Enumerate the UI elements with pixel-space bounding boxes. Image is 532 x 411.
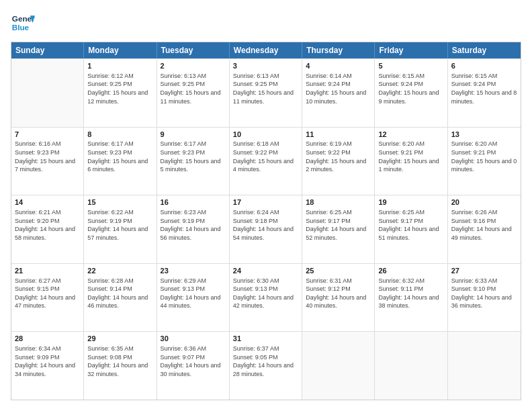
calendar-cell: 9Sunrise: 6:17 AMSunset: 9:23 PMDaylight… [157,128,230,195]
calendar-cell: 21Sunrise: 6:27 AMSunset: 9:15 PMDayligh… [11,264,84,332]
weekday-header: Monday [84,42,157,58]
page: General Blue SundayMondayTuesdayWednesda… [0,0,532,411]
cell-info: Sunrise: 6:12 AMSunset: 9:25 PMDaylight:… [87,72,152,105]
calendar-cell: 14Sunrise: 6:21 AMSunset: 9:20 PMDayligh… [11,195,84,263]
day-number: 27 [451,266,517,276]
cell-info: Sunrise: 6:25 AMSunset: 9:17 PMDaylight:… [378,208,443,242]
day-number: 12 [378,130,443,140]
calendar-row: 1Sunrise: 6:12 AMSunset: 9:25 PMDaylight… [11,58,521,127]
calendar-cell: 8Sunrise: 6:17 AMSunset: 9:23 PMDaylight… [84,128,157,195]
svg-text:Blue: Blue [12,23,30,32]
day-number: 18 [306,197,371,208]
cell-info: Sunrise: 6:17 AMSunset: 9:23 PMDaylight:… [161,140,226,173]
cell-info: Sunrise: 6:19 AMSunset: 9:22 PMDaylight:… [306,140,371,173]
calendar-cell: 28Sunrise: 6:34 AMSunset: 9:09 PMDayligh… [11,332,84,400]
day-number: 23 [161,266,226,276]
day-number: 5 [378,61,443,71]
day-number: 25 [306,266,371,276]
day-number: 14 [15,197,80,208]
calendar-cell: 7Sunrise: 6:16 AMSunset: 9:23 PMDaylight… [11,128,84,195]
cell-info: Sunrise: 6:37 AMSunset: 9:05 PMDaylight:… [233,345,298,378]
calendar-cell: 27Sunrise: 6:33 AMSunset: 9:10 PMDayligh… [448,264,521,332]
calendar-cell: 25Sunrise: 6:31 AMSunset: 9:12 PMDayligh… [302,264,375,332]
cell-info: Sunrise: 6:28 AMSunset: 9:14 PMDaylight:… [87,277,152,310]
calendar-cell: 16Sunrise: 6:23 AMSunset: 9:19 PMDayligh… [157,195,230,263]
cell-info: Sunrise: 6:24 AMSunset: 9:18 PMDaylight:… [233,208,298,242]
logo-icon: General Blue [11,11,35,35]
calendar-cell: 18Sunrise: 6:25 AMSunset: 9:17 PMDayligh… [302,195,375,263]
day-number: 29 [87,334,152,344]
cell-info: Sunrise: 6:23 AMSunset: 9:19 PMDaylight:… [161,208,226,242]
cell-info: Sunrise: 6:13 AMSunset: 9:25 PMDaylight:… [161,72,226,105]
cell-info: Sunrise: 6:29 AMSunset: 9:13 PMDaylight:… [161,277,226,310]
day-number: 21 [15,266,80,276]
day-number: 13 [451,130,517,140]
calendar-cell: 30Sunrise: 6:36 AMSunset: 9:07 PMDayligh… [157,332,230,400]
calendar-cell: 22Sunrise: 6:28 AMSunset: 9:14 PMDayligh… [84,264,157,332]
weekday-header: Saturday [448,42,521,58]
cell-info: Sunrise: 6:16 AMSunset: 9:23 PMDaylight:… [15,140,80,173]
calendar-cell: 12Sunrise: 6:20 AMSunset: 9:21 PMDayligh… [375,128,447,195]
weekday-header: Tuesday [157,42,230,58]
calendar-cell: 23Sunrise: 6:29 AMSunset: 9:13 PMDayligh… [157,264,230,332]
day-number: 22 [87,266,152,276]
day-number: 6 [451,61,517,71]
day-number: 24 [233,266,298,276]
day-number: 20 [451,197,517,208]
header: General Blue [11,11,521,35]
day-number: 9 [161,130,226,140]
cell-info: Sunrise: 6:34 AMSunset: 9:09 PMDaylight:… [15,345,80,378]
day-number: 19 [378,197,443,208]
calendar-cell: 20Sunrise: 6:26 AMSunset: 9:16 PMDayligh… [448,195,521,263]
cell-info: Sunrise: 6:36 AMSunset: 9:07 PMDaylight:… [161,345,226,378]
calendar: SundayMondayTuesdayWednesdayThursdayFrid… [11,42,521,400]
cell-info: Sunrise: 6:32 AMSunset: 9:11 PMDaylight:… [378,277,443,310]
calendar-cell [11,59,84,127]
calendar-header: SundayMondayTuesdayWednesdayThursdayFrid… [11,42,521,58]
calendar-cell: 6Sunrise: 6:15 AMSunset: 9:24 PMDaylight… [448,59,521,127]
cell-info: Sunrise: 6:18 AMSunset: 9:22 PMDaylight:… [233,140,298,173]
calendar-cell: 29Sunrise: 6:35 AMSunset: 9:08 PMDayligh… [84,332,157,400]
day-number: 4 [306,61,371,71]
day-number: 2 [161,61,226,71]
calendar-cell [448,332,521,400]
cell-info: Sunrise: 6:21 AMSunset: 9:20 PMDaylight:… [15,208,80,242]
cell-info: Sunrise: 6:25 AMSunset: 9:17 PMDaylight:… [306,208,371,242]
calendar-row: 28Sunrise: 6:34 AMSunset: 9:09 PMDayligh… [11,331,521,400]
day-number: 7 [15,130,80,140]
cell-info: Sunrise: 6:20 AMSunset: 9:21 PMDaylight:… [451,140,517,173]
calendar-cell: 4Sunrise: 6:14 AMSunset: 9:24 PMDaylight… [302,59,375,127]
calendar-cell: 3Sunrise: 6:13 AMSunset: 9:25 PMDaylight… [230,59,302,127]
calendar-body: 1Sunrise: 6:12 AMSunset: 9:25 PMDaylight… [11,58,521,400]
calendar-cell: 31Sunrise: 6:37 AMSunset: 9:05 PMDayligh… [230,332,302,400]
weekday-header: Friday [375,42,447,58]
day-number: 31 [233,334,298,344]
day-number: 11 [306,130,371,140]
weekday-header: Wednesday [230,42,302,58]
calendar-cell: 24Sunrise: 6:30 AMSunset: 9:13 PMDayligh… [230,264,302,332]
cell-info: Sunrise: 6:13 AMSunset: 9:25 PMDaylight:… [233,72,298,105]
calendar-cell: 26Sunrise: 6:32 AMSunset: 9:11 PMDayligh… [375,264,447,332]
calendar-row: 14Sunrise: 6:21 AMSunset: 9:20 PMDayligh… [11,195,521,263]
day-number: 10 [233,130,298,140]
day-number: 15 [87,197,152,208]
day-number: 8 [87,130,152,140]
cell-info: Sunrise: 6:15 AMSunset: 9:24 PMDaylight:… [451,72,517,105]
calendar-cell: 13Sunrise: 6:20 AMSunset: 9:21 PMDayligh… [448,128,521,195]
calendar-cell [375,332,447,400]
weekday-header: Sunday [11,42,84,58]
calendar-cell: 1Sunrise: 6:12 AMSunset: 9:25 PMDaylight… [84,59,157,127]
day-number: 1 [87,61,152,71]
calendar-row: 21Sunrise: 6:27 AMSunset: 9:15 PMDayligh… [11,263,521,332]
calendar-cell: 5Sunrise: 6:15 AMSunset: 9:24 PMDaylight… [375,59,447,127]
calendar-cell: 2Sunrise: 6:13 AMSunset: 9:25 PMDaylight… [157,59,230,127]
calendar-cell: 17Sunrise: 6:24 AMSunset: 9:18 PMDayligh… [230,195,302,263]
cell-info: Sunrise: 6:17 AMSunset: 9:23 PMDaylight:… [87,140,152,173]
cell-info: Sunrise: 6:33 AMSunset: 9:10 PMDaylight:… [451,277,517,310]
day-number: 30 [161,334,226,344]
cell-info: Sunrise: 6:27 AMSunset: 9:15 PMDaylight:… [15,277,80,310]
cell-info: Sunrise: 6:30 AMSunset: 9:13 PMDaylight:… [233,277,298,310]
weekday-header: Thursday [302,42,375,58]
calendar-cell [302,332,375,400]
day-number: 16 [161,197,226,208]
